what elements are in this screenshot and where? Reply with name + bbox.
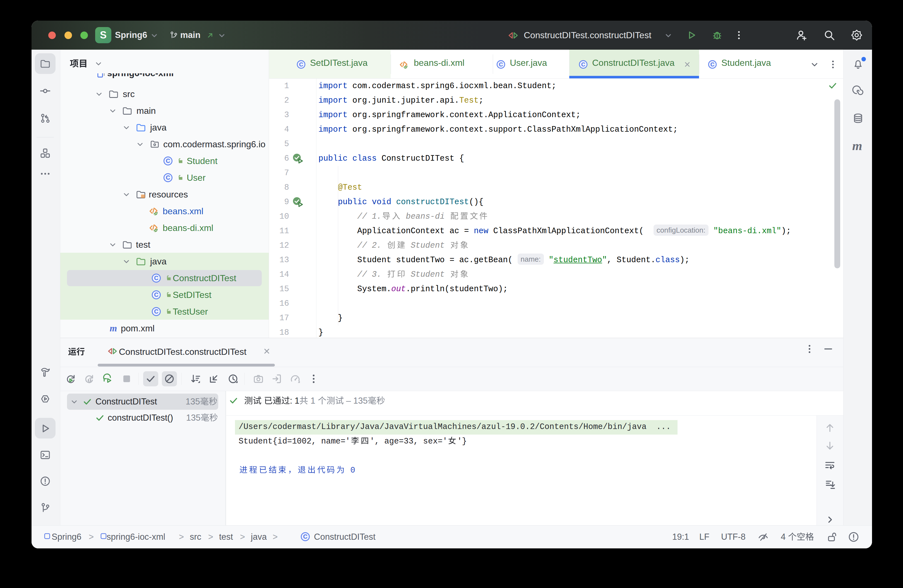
svg-text:C: C (154, 308, 158, 315)
svg-text:C: C (166, 157, 170, 164)
svg-text:C: C (711, 61, 715, 68)
svg-text:C: C (299, 61, 303, 68)
svg-text:C: C (154, 275, 158, 281)
svg-text:C: C (581, 61, 585, 68)
svg-text:C: C (499, 61, 503, 68)
svg-text:C: C (166, 175, 170, 181)
svg-text:C: C (303, 533, 307, 540)
svg-text:C: C (154, 291, 158, 298)
